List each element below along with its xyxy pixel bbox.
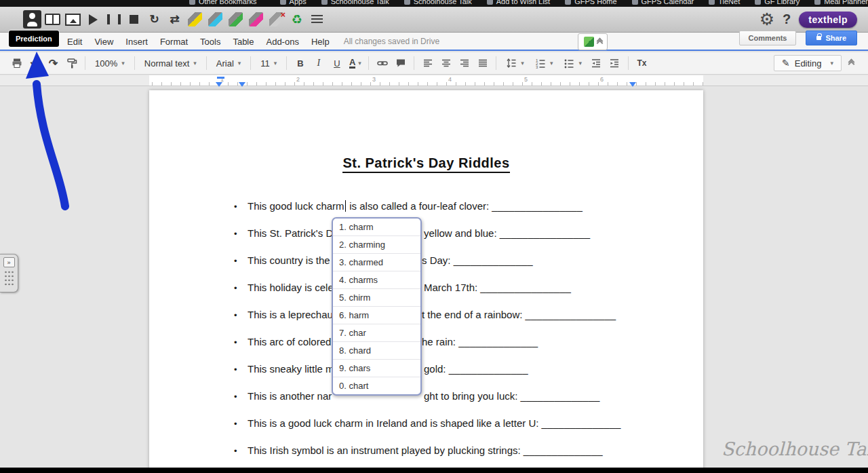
first-line-indent-marker[interactable] [217,77,224,79]
prediction-item[interactable]: 3. charmed [333,253,420,271]
highlight-green-icon[interactable] [226,10,245,29]
bookmark-favicon-icon [321,0,328,5]
highlight-cyan-icon[interactable] [206,10,224,29]
clear-formatting-button[interactable]: Tx [633,55,650,71]
align-justify-icon[interactable] [474,55,491,71]
menu-format[interactable]: Format [154,37,194,47]
prediction-icon[interactable] [23,10,41,29]
riddle-text-left: This is a good luck charm in Ireland and… [248,417,620,429]
bookmark-item[interactable]: Meal Planner [814,0,868,5]
italic-button[interactable]: I [310,55,327,71]
font-size-select[interactable]: 11 [256,55,281,71]
bookmark-favicon-icon [404,0,410,5]
insert-link-icon[interactable] [374,55,391,71]
riddle-text-right: he rain: ______________ [422,336,538,347]
menu-tools[interactable]: Tools [194,37,226,47]
play-icon[interactable] [84,10,102,29]
increase-indent-icon[interactable] [606,55,623,71]
prediction-item[interactable]: 1. charm [333,219,420,235]
toolbar-divider [0,50,868,51]
bookmark-favicon-icon [755,0,761,5]
bookmark-label: GFPS Calendar [642,0,694,5]
prediction-item[interactable]: 2. charming [333,235,420,253]
separator [286,56,287,70]
editing-mode-select[interactable]: Editing [774,55,842,71]
help-icon[interactable]: ? [783,12,791,27]
stop-icon[interactable] [125,10,143,29]
decrease-indent-icon[interactable] [588,55,605,71]
bullet-icon [234,310,248,320]
extension-logo-icon [584,37,594,47]
left-margin-marker[interactable] [239,82,245,87]
menu-edit[interactable]: Edit [61,37,88,47]
align-right-icon[interactable] [456,55,473,71]
prediction-item[interactable]: 9. chars [333,359,420,377]
zoom-select[interactable]: 100% [90,55,130,71]
right-margin-marker[interactable] [629,82,636,87]
text-color-button[interactable]: A [347,55,363,71]
underline-button[interactable]: U [328,55,345,71]
vocabulary-list-icon[interactable] [308,10,326,29]
bookmark-item[interactable]: Schoolhouse Talk [321,0,389,5]
bookmark-label: TieNet [718,0,740,5]
prediction-item[interactable]: 5. chirm [333,288,420,306]
settings-gear-icon[interactable]: ⚙ [760,11,774,28]
pause-icon[interactable] [104,10,123,29]
bookmark-item[interactable]: TieNet [709,0,740,5]
collect-highlights-icon[interactable] [288,10,306,29]
prediction-item[interactable]: 6. harm [333,306,420,324]
menu-help[interactable]: Help [305,37,336,47]
prediction-item[interactable]: 8. chard [333,341,420,359]
menu-table[interactable]: Table [226,37,260,47]
left-indent-marker[interactable] [216,82,222,87]
hide-menus-button[interactable] [843,55,860,71]
riddle-text-left: This is a leprechau [248,309,333,320]
dictionary-icon[interactable] [43,10,62,29]
prediction-item[interactable]: 7. char [333,324,420,341]
insert-comment-icon[interactable] [392,55,409,71]
bookmark-item[interactable]: GFPS Home [565,0,616,5]
prediction-item[interactable]: 4. charms [333,271,420,288]
bookmark-item[interactable]: Add to Wish List [487,0,550,5]
picture-dictionary-icon[interactable] [64,10,82,29]
riddle-text-right: yellow and blue: ________________ [424,227,590,239]
shuffle-icon[interactable] [165,10,184,29]
bookmark-favicon-icon [280,0,286,5]
bookmark-favicon-icon [709,0,715,5]
prediction-item[interactable]: 0. chart [333,377,420,394]
bookmark-item[interactable]: GFPS Calendar [632,0,694,5]
align-center-icon[interactable] [437,55,454,71]
share-button[interactable]: Share [806,31,857,45]
font-select[interactable]: Arial [212,55,246,71]
document-page[interactable]: St. Patrick's Day Riddles This good luck… [149,90,703,468]
bookmark-item[interactable]: Apps [280,0,307,5]
clear-highlights-icon[interactable] [267,10,285,29]
comments-button[interactable]: Comments [739,31,797,45]
riddle-text-left: This good luck charm [248,200,344,212]
highlight-yellow-icon[interactable] [186,10,204,29]
menu-view[interactable]: View [88,37,119,47]
bookmark-item[interactable]: GF Library [755,0,800,5]
expand-panel-icon[interactable]: » [3,257,15,267]
highlight-pink-icon[interactable] [247,10,265,29]
numbered-list-select[interactable]: 123 [530,55,558,71]
bottom-letterbox [0,468,868,473]
paragraph-style-select[interactable]: Normal text [140,55,201,71]
bold-button[interactable]: B [292,55,309,71]
bookmarks-bar: Other Bookmarks AppsSchoolhouse TalkScho… [0,0,868,7]
text-cursor [345,200,347,212]
menu-insert[interactable]: Insert [119,37,154,47]
bulleted-list-select[interactable] [559,55,587,71]
prediction-callout-label: Prediction [9,31,59,47]
collapsed-side-panel[interactable]: » [0,254,18,292]
drag-handle-icon[interactable] [4,270,14,286]
other-bookmarks-button[interactable]: Other Bookmarks [189,0,257,5]
riddle-text-right: s Day: ______________ [422,254,532,266]
align-left-icon[interactable] [419,55,436,71]
bookmark-item[interactable]: Schoolhouse Talk [404,0,472,5]
screenshot-extension-button[interactable] [578,33,608,50]
menu-addons[interactable]: Add-ons [260,37,304,47]
document-canvas: St. Patrick's Day Riddles This good luck… [0,86,868,468]
line-spacing-select[interactable] [501,55,529,71]
loop-icon[interactable] [145,10,163,29]
